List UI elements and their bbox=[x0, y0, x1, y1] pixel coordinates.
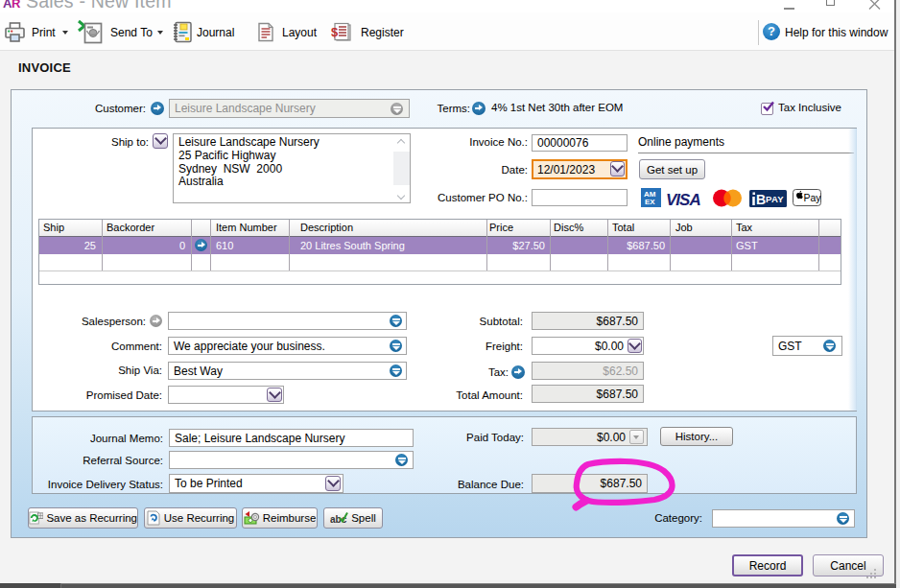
svg-text:Pay: Pay bbox=[804, 192, 822, 203]
svg-text:EX: EX bbox=[645, 198, 655, 206]
svg-text:PAY: PAY bbox=[766, 194, 784, 204]
svg-text:$: $ bbox=[331, 25, 339, 39]
svg-text:B: B bbox=[756, 192, 766, 207]
